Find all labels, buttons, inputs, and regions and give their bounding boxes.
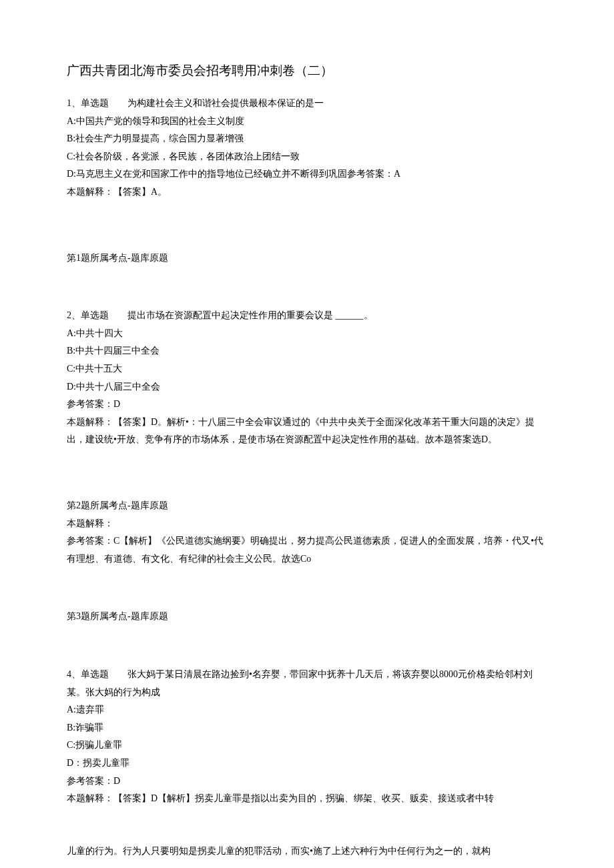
q4-explanation-line2: 儿童的行为。行为人只要明知是拐卖儿童的犯罪活动，而实•施了上述六种行为中任何行为… — [67, 843, 547, 861]
q2-reference-answer: 参考答案：D — [67, 396, 547, 414]
q3-explain-label: 本题解释： — [67, 515, 547, 533]
q2-option-b: B:中共十四届三中全会 — [67, 342, 547, 360]
q1-option-a: A:中国共产党的领导和我国的社会主义制度 — [67, 113, 547, 131]
q4-explanation-line1: 本题解释：【答案】D【解析】拐卖儿童罪是指以出卖为目的，拐骗、绑架、收买、贩卖、… — [67, 790, 547, 808]
q1-explanation: 本题解释：【答案】A。 — [67, 183, 547, 201]
question-2: 2、单选题 提出市场在资源配置中起决定性作用的重要会议是 ______。 A:中… — [67, 307, 547, 449]
q2-explanation: 本题解释：【答案】D。解析•：十八届三中全会审议通过的《中共中央关于全面深化改革… — [67, 414, 547, 449]
q2-option-d: D:中共十八届三中全会 — [67, 378, 547, 396]
q3-topic: 第3题所属考点-题库原题 — [67, 608, 547, 626]
q1-option-b: B:社会生产力明显提高，综合国力显著增强 — [67, 130, 547, 148]
q1-topic: 第1题所属考点-题库原题 — [67, 250, 547, 268]
q4-stem: 4、单选题 张大妈于某日清晨在路边捡到•名弃婴，带回家中抚养十几天后，将该弃婴以… — [67, 666, 547, 701]
q4-option-c: C:拐骗儿童罪 — [67, 737, 547, 755]
question-4: 4、单选题 张大妈于某日清晨在路边捡到•名弃婴，带回家中抚养十几天后，将该弃婴以… — [67, 666, 547, 808]
q4-option-b: B:诈骗罪 — [67, 719, 547, 737]
q4-option-a: A:遗弃罪 — [67, 701, 547, 719]
q2-topic: 第2题所属考点-题库原题 — [67, 497, 547, 515]
q1-option-c: C:社会各阶级，各党派，各民族，各团体政治上团结一致 — [67, 148, 547, 166]
q2-option-a: A:中共十四大 — [67, 325, 547, 343]
q2-option-c: C:中共十五大 — [67, 360, 547, 378]
q2-stem: 2、单选题 提出市场在资源配置中起决定性作用的重要会议是 ______。 — [67, 307, 547, 325]
question-1: 1、单选题 为构建社会主义和谐社会提供最根本保证的是一 A:中国共产党的领导和我… — [67, 95, 547, 201]
q1-option-d-ref: D:马克思主义在党和国家工作中的指导地位已经确立并不断得到巩固参考答案：A — [67, 165, 547, 183]
q4-option-d: D：拐卖儿童罪 — [67, 755, 547, 773]
q3-explanation: 参考答案：C【解析】《公民道德实施纲要》明确提出，努力提高公民道德素质，促进人的… — [67, 532, 547, 568]
q1-stem: 1、单选题 为构建社会主义和谐社会提供最根本保证的是一 — [67, 95, 547, 113]
page-title: 广西共青团北海市委员会招考聘用冲刺卷（二） — [67, 59, 547, 83]
q4-reference-answer: 参考答案：D — [67, 773, 547, 791]
